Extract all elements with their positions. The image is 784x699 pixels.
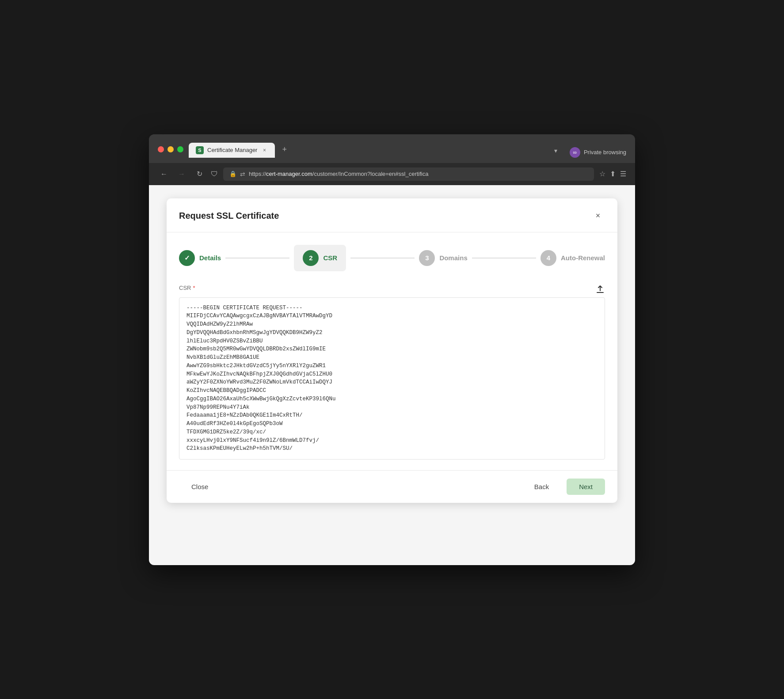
url-path: /customer/InCommon?locale=en#ssl_certifi… (312, 171, 429, 177)
active-tab[interactable]: S Certificate Manager × (189, 143, 275, 158)
menu-icon[interactable]: ☰ (620, 170, 626, 178)
private-browsing-label: Private browsing (584, 149, 626, 156)
share-icon[interactable]: ⬆ (610, 170, 616, 178)
step-2-label[interactable]: CSR (323, 254, 337, 262)
csr-required-star: * (193, 285, 195, 291)
url-domain: cert-manager.com (266, 171, 312, 177)
tab-title: Certificate Manager (207, 147, 257, 153)
csr-header: CSR * (179, 285, 605, 295)
forward-button[interactable]: → (175, 168, 188, 180)
traffic-lights (158, 146, 183, 152)
step-3-label: Domains (439, 254, 467, 262)
tabs-dropdown-button[interactable]: ▾ (551, 144, 561, 158)
new-tab-button[interactable]: + (277, 141, 292, 158)
private-browsing-indicator: ∞ Private browsing (570, 147, 626, 158)
url-bar[interactable]: 🔒 ⇄ https://cert-manager.com/customer/In… (223, 167, 594, 181)
dialog-close-button[interactable]: × (591, 209, 605, 223)
dialog-footer: Close Back Next (167, 470, 617, 503)
dialog-body: CSR * -----BEGIN CERTIFICATE REQUEST----… (167, 280, 617, 471)
address-bar-actions: ☆ ⬆ ☰ (599, 170, 626, 178)
url-prefix: https:// (249, 171, 266, 177)
footer-right: Back Next (522, 479, 605, 495)
step-1-label[interactable]: Details (199, 254, 221, 262)
dialog-title: Request SSL Certificate (179, 211, 279, 221)
svg-rect-0 (597, 292, 604, 293)
close-window-button[interactable] (158, 146, 164, 152)
step-3-circle: 3 (419, 250, 435, 266)
step-divider-1 (225, 258, 289, 258)
address-bar: ← → ↻ 🛡 🔒 ⇄ https://cert-manager.com/cus… (149, 163, 635, 185)
lock-icon: 🔒 (229, 171, 236, 177)
step-2: 2 CSR (294, 245, 346, 271)
next-button[interactable]: Next (567, 479, 605, 495)
step-4-label: Auto-Renewal (561, 254, 605, 262)
step-1: ✓ Details (179, 250, 221, 266)
back-button[interactable]: Back (522, 479, 561, 495)
dialog-header: Request SSL Certificate × (167, 198, 617, 232)
page-content: Request SSL Certificate × ✓ Details 2 CS… (149, 185, 635, 565)
close-button[interactable]: Close (179, 479, 221, 495)
step-1-circle: ✓ (179, 250, 195, 266)
stepper: ✓ Details 2 CSR 3 Domains (167, 232, 617, 280)
csr-label-text: CSR (179, 285, 191, 291)
upload-button[interactable] (595, 285, 605, 294)
tab-favicon: S (196, 146, 204, 154)
step-4-circle: 4 (540, 250, 556, 266)
minimize-window-button[interactable] (167, 146, 174, 152)
shield-icon: 🛡 (211, 170, 218, 178)
url-text: https://cert-manager.com/customer/InComm… (249, 171, 588, 177)
step-divider-2 (350, 258, 415, 258)
csr-textarea[interactable]: -----BEGIN CERTIFICATE REQUEST----- MIIF… (179, 297, 605, 460)
reload-button[interactable]: ↻ (193, 168, 206, 180)
step-3: 3 Domains (419, 250, 467, 266)
title-bar: S Certificate Manager × + ▾ ∞ Private br… (149, 134, 635, 163)
step-divider-3 (472, 258, 536, 258)
step-2-circle: 2 (303, 250, 319, 266)
private-browsing-icon: ∞ (570, 147, 580, 158)
back-button[interactable]: ← (158, 168, 170, 180)
csr-label: CSR * (179, 285, 195, 291)
browser-window: S Certificate Manager × + ▾ ∞ Private br… (149, 134, 635, 565)
dialog: Request SSL Certificate × ✓ Details 2 CS… (167, 198, 617, 503)
bookmark-icon[interactable]: ☆ (599, 170, 605, 178)
connection-icon: ⇄ (240, 171, 245, 178)
step-4: 4 Auto-Renewal (540, 250, 605, 266)
maximize-window-button[interactable] (177, 146, 183, 152)
tab-close-button[interactable]: × (261, 147, 268, 154)
tabs-row: S Certificate Manager × + ▾ ∞ Private br… (189, 141, 626, 158)
